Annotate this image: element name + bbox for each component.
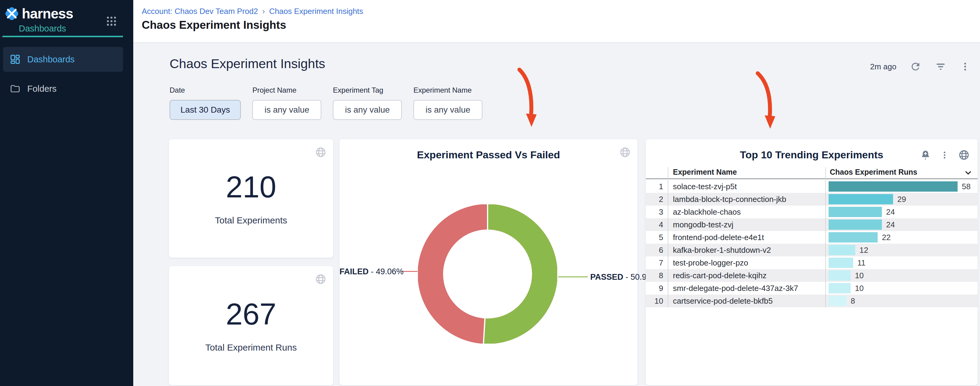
donut-chart[interactable] — [418, 204, 557, 344]
runs-bar[interactable] — [829, 181, 958, 192]
experiment-name-cell[interactable]: frontend-pod-delete-e4e1t — [663, 233, 815, 242]
annotation-arrow-table — [747, 65, 789, 138]
runs-bar-cell: 24 — [815, 219, 978, 230]
kebab-menu-icon[interactable] — [940, 151, 949, 160]
runs-bar[interactable] — [829, 283, 851, 293]
table-row[interactable]: 7test-probe-logger-pzo11 — [646, 256, 978, 269]
experiment-name-filter-value[interactable]: is any value — [414, 100, 482, 120]
date-filter-value[interactable]: Last 30 Days — [170, 100, 241, 120]
table-row[interactable]: 1solace-test-zvj-p5t58 — [646, 180, 978, 193]
app-grid-icon[interactable] — [105, 15, 118, 29]
table-row[interactable]: 3az-blackhole-chaos24 — [646, 206, 978, 218]
globe-icon[interactable] — [619, 146, 631, 159]
refresh-icon[interactable] — [910, 61, 921, 72]
logo-wordmark: harness — [22, 5, 73, 22]
runs-value: 8 — [851, 296, 855, 306]
table-row[interactable]: 9smr-delegate-pod-delete-437az-3k710 — [646, 282, 978, 295]
row-rank: 3 — [646, 207, 663, 217]
runs-bar-cell: 11 — [815, 257, 978, 268]
runs-bar[interactable] — [829, 207, 882, 217]
runs-bar-cell: 29 — [815, 194, 978, 204]
experiment-name-cell[interactable]: solace-test-zvj-p5t — [663, 182, 815, 191]
runs-bar[interactable] — [829, 232, 878, 243]
runs-bar-cell: 22 — [815, 232, 978, 243]
runs-value: 24 — [886, 220, 895, 229]
sidebar-item-label: Dashboards — [27, 54, 75, 65]
kebab-menu-icon[interactable] — [960, 62, 970, 72]
filter-label: Experiment Tag — [333, 86, 402, 94]
experiment-name-cell[interactable]: redis-cart-pod-delete-kqihz — [663, 271, 815, 280]
row-rank: 1 — [646, 182, 663, 191]
experiment-name-cell[interactable]: cartservice-pod-delete-bkfb5 — [663, 296, 815, 306]
experiment-tag-filter-value[interactable]: is any value — [333, 100, 402, 120]
experiment-name-cell[interactable]: az-blackhole-chaos — [663, 207, 815, 217]
globe-icon[interactable] — [958, 149, 970, 161]
experiment-name-cell[interactable]: test-probe-logger-pzo — [663, 258, 815, 268]
globe-icon[interactable] — [315, 146, 326, 159]
filter-date: Date Last 30 Days — [170, 86, 241, 120]
annotation-arrow-donut — [509, 62, 551, 134]
table-row[interactable]: 2lambda-block-tcp-connection-jkb29 — [646, 193, 978, 206]
chevron-down-icon[interactable] — [964, 168, 973, 179]
table-row[interactable]: 6kafka-broker-1-shutdown-v212 — [646, 244, 978, 256]
row-rank: 9 — [646, 284, 663, 293]
filter-experiment-name: Experiment Name is any value — [414, 86, 482, 120]
passed-callout-line — [558, 276, 588, 277]
table-row[interactable]: 10cartservice-pod-delete-bkfb58 — [646, 295, 978, 307]
table-row[interactable]: 8redis-cart-pod-delete-kqihz10 — [646, 269, 978, 282]
table-body: 1solace-test-zvj-p5t582lambda-block-tcp-… — [646, 180, 978, 307]
sidebar-item-label: Folders — [27, 84, 57, 94]
experiment-name-cell[interactable]: smr-delegate-pod-delete-437az-3k7 — [663, 284, 815, 293]
runs-bar[interactable] — [829, 245, 855, 255]
experiment-name-cell[interactable]: mongodb-test-zvj — [663, 220, 815, 229]
runs-value: 29 — [897, 195, 906, 204]
filter-project-name: Project Name is any value — [252, 86, 321, 120]
sidebar-item-dashboards[interactable]: Dashboards — [3, 47, 123, 72]
row-rank: 8 — [646, 271, 663, 280]
runs-bar[interactable] — [829, 270, 851, 281]
harness-logo[interactable]: harness — [4, 5, 73, 22]
table-row[interactable]: 5frontend-pod-delete-e4e1t22 — [646, 231, 978, 244]
sidebar: harness Dashboards Dashboards Folders — [0, 0, 133, 386]
total-experiment-runs-card: 267 Total Experiment Runs — [169, 266, 333, 385]
runs-bar[interactable] — [829, 257, 853, 268]
row-rank: 4 — [646, 220, 663, 229]
runs-bar[interactable] — [829, 296, 846, 306]
runs-value: 22 — [882, 233, 891, 242]
sidebar-item-folders[interactable]: Folders — [3, 76, 123, 101]
tile-actions — [920, 149, 970, 161]
alert-bell-icon[interactable] — [920, 149, 931, 161]
runs-bar-cell: 8 — [815, 296, 978, 306]
dashboard-icon — [10, 54, 21, 65]
breadcrumb-account-link[interactable]: Account: Chaos Dev Team Prod2 — [142, 7, 258, 16]
runs-bar[interactable] — [829, 219, 882, 230]
breadcrumb: Account: Chaos Dev Team Prod2 › Chaos Ex… — [142, 7, 363, 16]
failed-callout-line — [402, 271, 418, 272]
project-name-filter-value[interactable]: is any value — [252, 100, 321, 120]
module-name: Dashboards — [19, 24, 66, 33]
runs-bar-cell: 10 — [815, 270, 978, 281]
experiment-name-cell[interactable]: lambda-block-tcp-connection-jkb — [663, 195, 815, 204]
row-rank: 7 — [646, 258, 663, 268]
runs-value: 10 — [855, 284, 864, 293]
column-header-experiment-name[interactable]: Experiment Name — [673, 168, 737, 176]
sidebar-accent-divider — [2, 36, 123, 37]
filter-label: Date — [170, 86, 241, 94]
column-header-chaos-experiment-runs[interactable]: Chaos Experiment Runs — [830, 168, 917, 176]
runs-bar-cell: 58 — [815, 181, 978, 192]
row-rank: 5 — [646, 233, 663, 242]
runs-bar-cell: 24 — [815, 207, 978, 217]
runs-bar-cell: 12 — [815, 245, 978, 255]
runs-value: 12 — [859, 246, 868, 255]
stat-label: Total Experiment Runs — [205, 342, 297, 353]
top-header-bar: Account: Chaos Dev Team Prod2 › Chaos Ex… — [133, 0, 980, 43]
globe-icon[interactable] — [315, 273, 326, 286]
experiment-name-cell[interactable]: kafka-broker-1-shutdown-v2 — [663, 246, 815, 255]
donut-label-failed: FAILED - 49.06% — [339, 267, 399, 276]
row-rank: 2 — [646, 195, 663, 204]
breadcrumb-current-link[interactable]: Chaos Experiment Insights — [269, 7, 363, 16]
filter-icon[interactable] — [935, 60, 947, 73]
runs-bar[interactable] — [829, 194, 893, 204]
harness-logo-icon — [4, 6, 19, 21]
table-row[interactable]: 4mongodb-test-zvj24 — [646, 218, 978, 231]
